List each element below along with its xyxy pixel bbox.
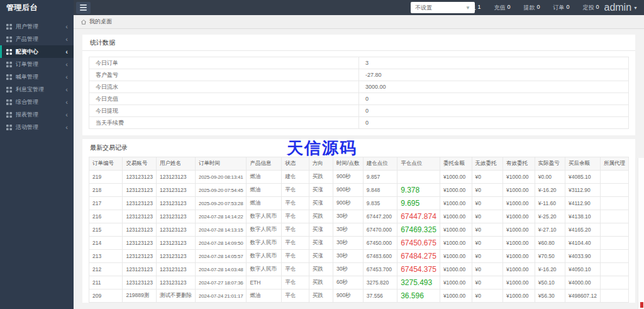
cell-product: 数字人民币 xyxy=(247,210,282,223)
cell-username: 测试不要删除 xyxy=(156,289,195,303)
cell-invalid-entrust: ¥0 xyxy=(472,210,503,223)
cell-balance-after: ¥498607.12 xyxy=(565,289,601,303)
sidebar-item-label: 产品管理 xyxy=(16,35,38,43)
cell-invalid-entrust: ¥0 xyxy=(472,223,503,237)
cell-close-price xyxy=(397,171,440,184)
cell-direction: 买跌 xyxy=(309,210,333,223)
sidebar-item-products[interactable]: 产品管理‹ xyxy=(0,33,74,45)
chevron-left-icon: ‹ xyxy=(65,61,68,67)
stats-row: 今日充值0 xyxy=(89,93,629,105)
cell-username: 123123123 xyxy=(156,210,195,223)
cell-valid-entrust: ¥1000.00 xyxy=(503,250,535,263)
chevron-left-icon: ‹ xyxy=(65,36,68,42)
stat-value: 0 xyxy=(359,93,629,105)
user-menu[interactable]: admin ▼ xyxy=(604,2,644,13)
scrollbar-track[interactable] xyxy=(638,158,644,309)
topbar-stat-recharge[interactable]: 充值0 xyxy=(494,4,510,12)
cell-invalid-entrust: ¥0 xyxy=(472,276,503,289)
cell-order-id: 216 xyxy=(89,210,123,223)
filter-select[interactable]: 不设置 ▼ xyxy=(411,2,475,13)
cell-invalid-entrust: ¥0 xyxy=(472,289,503,303)
cell-entrust-amount: ¥1000.00 xyxy=(440,171,472,184)
topbar-stat-orders[interactable]: 订单0 xyxy=(553,4,569,12)
cell-actual-pnl: ¥50.10 xyxy=(535,276,565,289)
table-row: 2141231231231231231232024-07-28 14:09:50… xyxy=(89,237,629,250)
cell-direction: 买跌 xyxy=(309,171,333,184)
chevron-left-icon: ‹ xyxy=(65,23,68,30)
home-icon xyxy=(80,19,87,25)
cell-actual-pnl: ¥56.30 xyxy=(535,289,565,303)
cell-order-time: 2024-07-28 14:13:15 xyxy=(195,223,247,237)
column-header-order-time: 订单时间 xyxy=(195,157,247,171)
cell-entrust-amount: ¥1000.00 xyxy=(440,197,472,210)
chevron-left-icon: ‹ xyxy=(65,99,68,105)
topbar-stat-withdraw[interactable]: 提款0 xyxy=(523,4,540,12)
trades-table: 订单编号交易账号用户姓名订单时间产品信息状态方向时间/点数建仓点位平仓点位委托金… xyxy=(89,157,629,303)
sidebar-item-orders[interactable]: 订单管理‹ xyxy=(0,58,74,70)
cell-close-price: 9.695 xyxy=(397,197,440,210)
cell-actual-pnl: ¥0.00 xyxy=(535,171,565,184)
grid-icon xyxy=(6,49,12,55)
sidebar-item-reports[interactable]: 报表管理‹ xyxy=(0,108,74,121)
cell-order-time: 2024-07-24 21:01:17 xyxy=(195,289,247,303)
topbar-stat-autoinvest[interactable]: 定投0 xyxy=(582,4,599,12)
cell-username: 123123123 xyxy=(156,184,195,197)
table-row: 2161231231231231231232024-07-28 14:14:22… xyxy=(89,210,629,223)
cell-direction: 买涨 xyxy=(309,223,333,237)
cell-valid-entrust: ¥1000.00 xyxy=(503,171,535,184)
grid-icon xyxy=(6,37,12,42)
user-name: admin xyxy=(604,2,631,13)
cell-product: 数字人民币 xyxy=(247,263,282,276)
sidebar-toggle-button[interactable] xyxy=(76,2,91,14)
cell-status: 建仓 xyxy=(282,171,309,184)
cell-invalid-entrust: ¥0 xyxy=(472,171,503,184)
cell-close-price: 67450.675 xyxy=(397,237,440,250)
sidebar-item-activities[interactable]: 活动管理‹ xyxy=(0,121,74,133)
stat-value: -27.80 xyxy=(359,69,629,81)
cell-order-id: 214 xyxy=(89,237,123,250)
cell-open-price: 67483.600 xyxy=(363,250,397,263)
cell-account: 219889测 xyxy=(123,289,157,303)
cell-order-id: 215 xyxy=(89,223,123,237)
table-row: 2171231231231231231232025-09-20 07:53:28… xyxy=(89,197,629,210)
cell-username: 123123123 xyxy=(156,263,195,276)
cell-open-price: 9.835 xyxy=(363,197,397,210)
cell-order-id: 213 xyxy=(89,250,123,263)
cell-order-time: 2024-07-28 14:14:22 xyxy=(195,210,247,223)
cell-agent xyxy=(600,289,628,303)
sidebar-item-general[interactable]: 综合管理‹ xyxy=(0,96,74,108)
stats-panel: 统计数据 今日订单3客户盈亏-27.80今日流水3000.00今日充值0今日提现… xyxy=(82,35,635,135)
cell-status: 平仓 xyxy=(282,237,309,250)
cell-open-price: 67450.000 xyxy=(363,237,397,250)
tab-label: 我的桌面 xyxy=(89,18,112,26)
cell-username: 123123123 xyxy=(156,250,195,263)
cell-invalid-entrust: ¥0 xyxy=(472,237,503,250)
trades-header-row: 订单编号交易账号用户姓名订单时间产品信息状态方向时间/点数建仓点位平仓点位委托金… xyxy=(89,157,629,171)
cell-order-id: 217 xyxy=(89,197,123,210)
sidebar-item-financing-center[interactable]: 配资中心‹ xyxy=(0,45,74,58)
cell-close-price: 67469.325 xyxy=(397,223,440,237)
stats-row: 今日订单3 xyxy=(89,57,629,69)
cell-balance-after: ¥4033.90 xyxy=(565,250,601,263)
chevron-down-icon: ▼ xyxy=(465,5,470,11)
sidebar-item-label: 综合管理 xyxy=(16,98,38,106)
column-header-actual-pnl: 实际盈亏 xyxy=(535,157,565,171)
cell-order-id: 211 xyxy=(89,276,123,289)
chevron-left-icon: ‹ xyxy=(65,48,68,55)
table-row: 209219889测测试不要删除2024-07-24 21:01:17燃油平仓买… xyxy=(89,289,629,303)
sidebar-item-users[interactable]: 用户管理‹ xyxy=(0,20,74,33)
tab-my-desktop[interactable]: 我的桌面 xyxy=(74,15,119,28)
sidebar-item-call-orders[interactable]: 喊单管理‹ xyxy=(0,70,74,83)
cell-order-time: 2024-07-28 14:05:57 xyxy=(195,250,247,263)
cell-status: 平仓 xyxy=(282,276,309,289)
stat-label: 今日充值 xyxy=(89,93,359,105)
trades-panel: 最新交易记录 订单编号交易账号用户姓名订单时间产品信息状态方向时间/点数建仓点位… xyxy=(82,139,635,303)
cell-valid-entrust: ¥1000.00 xyxy=(503,197,535,210)
table-row: 2121231231231231231232024-07-28 14:03:48… xyxy=(89,263,629,276)
cell-duration: 30秒 xyxy=(333,223,364,237)
cell-invalid-entrust: ¥0 xyxy=(472,250,503,263)
cell-close-price: 67447.874 xyxy=(397,210,440,223)
cell-status: 平仓 xyxy=(282,250,309,263)
chevron-left-icon: ‹ xyxy=(65,124,68,130)
sidebar-item-interest-bao[interactable]: 利息宝管理‹ xyxy=(0,83,74,96)
